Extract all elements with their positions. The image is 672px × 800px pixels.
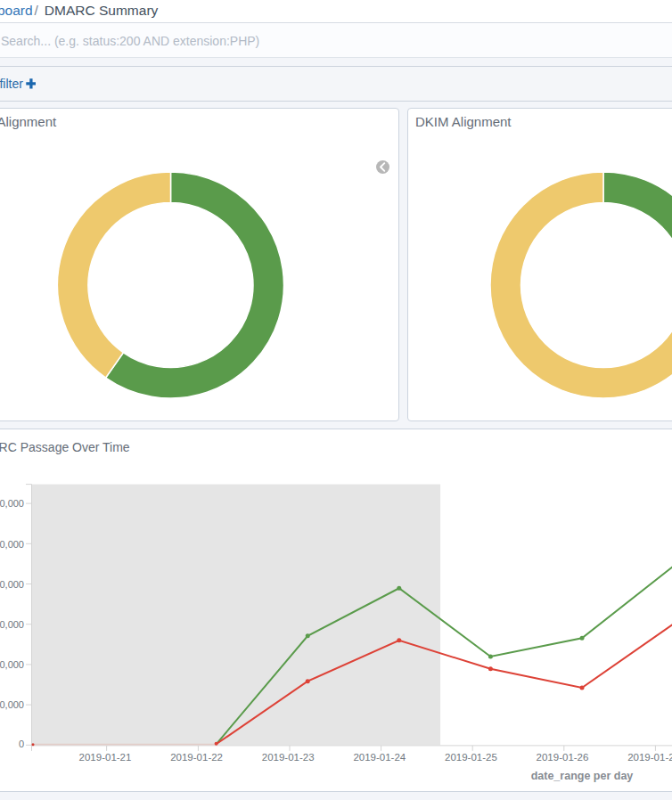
svg-text:0: 0 <box>19 739 24 749</box>
svg-text:60,000: 60,000 <box>0 498 24 509</box>
svg-text:30,000: 30,000 <box>0 619 24 630</box>
svg-text:2019-01-26: 2019-01-26 <box>537 752 589 763</box>
svg-text:20,000: 20,000 <box>0 659 24 670</box>
svg-text:10,000: 10,000 <box>0 699 24 710</box>
svg-text:2019-01-23: 2019-01-23 <box>262 752 315 763</box>
svg-text:date_range per day: date_range per day <box>531 770 634 782</box>
svg-text:2019-01-25: 2019-01-25 <box>445 752 497 763</box>
svg-text:2019-01-24: 2019-01-24 <box>353 752 406 763</box>
svg-text:2019-01-21: 2019-01-21 <box>79 752 132 763</box>
svg-text:40,000: 40,000 <box>0 579 24 590</box>
svg-text:2019-01-27: 2019-01-27 <box>627 752 672 763</box>
svg-text:2019-01-22: 2019-01-22 <box>170 752 223 763</box>
svg-text:50,000: 50,000 <box>0 539 24 550</box>
